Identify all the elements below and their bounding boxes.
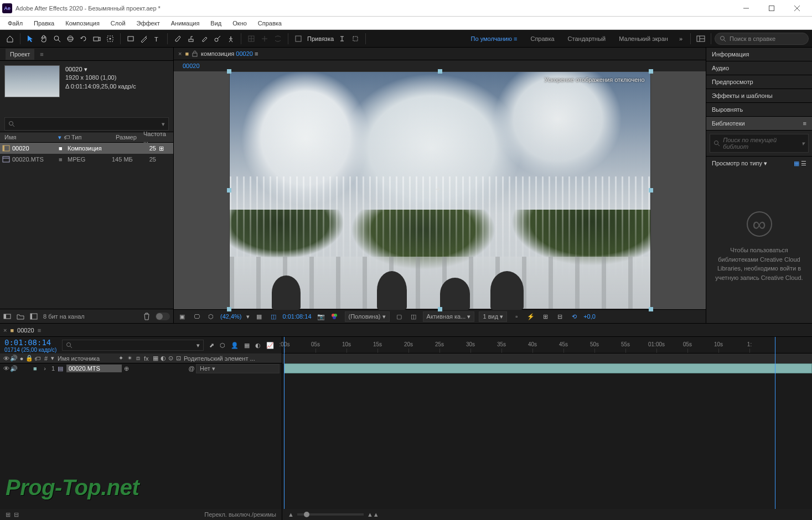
label-column-icon[interactable]: 🏷 bbox=[61, 134, 71, 141]
expand-layers-icon[interactable]: ⊞ bbox=[6, 511, 11, 518]
toggle-switch[interactable] bbox=[156, 313, 170, 320]
view-by-dropdown[interactable]: Просмотр по типу ▾ bbox=[712, 160, 767, 167]
project-search[interactable]: ▾ bbox=[4, 117, 169, 131]
workspace-small[interactable]: Маленький экран bbox=[612, 33, 675, 44]
lock-column-icon[interactable]: 🔒 bbox=[25, 355, 33, 362]
info-section[interactable]: Информация bbox=[706, 48, 812, 61]
timeline-panel-menu-icon[interactable]: ≡ bbox=[38, 327, 41, 334]
handle-tr[interactable] bbox=[649, 69, 653, 74]
bpc-button[interactable]: 8 бит на канал bbox=[43, 313, 85, 320]
roto-brush-tool-icon[interactable] bbox=[211, 33, 224, 45]
panel-menu-icon[interactable]: ≡ bbox=[803, 120, 806, 127]
audio-column-icon[interactable]: 🔊 bbox=[10, 355, 18, 362]
handle-tl[interactable] bbox=[227, 69, 231, 74]
trash-icon[interactable] bbox=[143, 313, 150, 320]
home-icon[interactable] bbox=[4, 33, 16, 45]
always-preview-icon[interactable]: ▣ bbox=[177, 313, 187, 320]
fast-preview-icon[interactable]: ⚡ bbox=[526, 313, 536, 320]
puppet-tool-icon[interactable] bbox=[225, 33, 237, 45]
zoom-dropdown[interactable]: (42,4%) bbox=[220, 313, 242, 320]
timeline-ruler[interactable]: :00s05s10s15s20s25s30s35s40s45s50s55s01:… bbox=[282, 337, 812, 353]
rotation-tool-icon[interactable] bbox=[77, 33, 90, 45]
help-search[interactable]: Поиск в справке bbox=[715, 33, 809, 45]
flowchart-icon[interactable]: ⊞ bbox=[156, 145, 166, 152]
menu-effect[interactable]: Эффект bbox=[131, 18, 165, 29]
menu-help[interactable]: Справка bbox=[252, 18, 287, 29]
new-folder-icon[interactable] bbox=[17, 313, 24, 320]
eye-column-icon[interactable]: 👁 bbox=[2, 355, 10, 362]
transparency-grid-icon[interactable]: ◫ bbox=[408, 313, 418, 320]
mesh-warp-icon[interactable] bbox=[272, 33, 284, 45]
comp-tab-label[interactable]: композиция 00020 ≡ bbox=[201, 50, 258, 57]
orbit-tool-icon[interactable] bbox=[64, 33, 76, 45]
layer-eye-toggle[interactable]: 👁 bbox=[2, 365, 10, 372]
channel-icon[interactable] bbox=[330, 313, 340, 320]
preview-section[interactable]: Предпросмотр bbox=[706, 75, 812, 89]
project-tab[interactable]: Проект bbox=[6, 49, 34, 60]
switch-col-icon[interactable]: ✦ bbox=[118, 355, 127, 362]
display-icon[interactable]: 🖵 bbox=[192, 313, 201, 320]
menu-edit[interactable]: Правка bbox=[28, 18, 60, 29]
workspace-learn[interactable]: Справка bbox=[524, 33, 561, 44]
comp-mini-flowchart-icon[interactable]: ⬈ bbox=[209, 342, 214, 349]
close-timeline-tab-icon[interactable]: × bbox=[3, 327, 7, 334]
timeline-search[interactable]: ▾ bbox=[62, 340, 204, 351]
anchor-point-icon[interactable]: ✢ bbox=[436, 186, 441, 193]
pixel-aspect-icon[interactable]: ▫ bbox=[511, 313, 521, 320]
close-button[interactable] bbox=[784, 0, 810, 17]
frame-blend-toggle-icon[interactable]: ▦ bbox=[244, 342, 250, 349]
handle-mr[interactable] bbox=[649, 188, 653, 193]
motion-blur-toggle-icon[interactable]: ◐ bbox=[255, 342, 261, 349]
label-column-icon[interactable]: 🏷 bbox=[33, 355, 41, 362]
audio-section[interactable]: Аудио bbox=[706, 61, 812, 75]
collapse-layers-icon[interactable]: ⊟ bbox=[14, 511, 19, 518]
layer-audio-toggle[interactable]: 🔊 bbox=[10, 365, 18, 372]
libraries-section[interactable]: Библиотеки≡ bbox=[706, 117, 812, 131]
flowchart-view-icon[interactable]: ⊟ bbox=[555, 313, 565, 320]
handle-tc[interactable] bbox=[438, 69, 442, 74]
menu-animation[interactable]: Анимация bbox=[165, 18, 205, 29]
shy-toggle-icon[interactable]: 👤 bbox=[231, 342, 239, 349]
menu-composition[interactable]: Композиция bbox=[60, 18, 105, 29]
zoom-in-icon[interactable]: ▲▲ bbox=[367, 511, 379, 518]
menu-view[interactable]: Вид bbox=[205, 18, 227, 29]
composition-viewer[interactable]: Ускорение отображения отключено ✢ bbox=[174, 71, 706, 309]
maximize-button[interactable] bbox=[759, 0, 784, 17]
playhead-indicator[interactable] bbox=[775, 337, 775, 520]
clone-stamp-tool-icon[interactable] bbox=[185, 33, 197, 45]
exposure-value[interactable]: +0,0 bbox=[583, 313, 596, 320]
snap-options-icon[interactable] bbox=[336, 33, 348, 45]
new-comp-icon[interactable] bbox=[30, 313, 38, 320]
grid-icon[interactable]: ▦ bbox=[254, 313, 264, 320]
zoom-out-icon[interactable]: ▲ bbox=[288, 511, 294, 518]
axis-icon[interactable] bbox=[258, 33, 271, 45]
list-view-icon[interactable]: ☰ bbox=[801, 160, 806, 167]
time-display[interactable]: 0:01:08:14 bbox=[283, 313, 312, 320]
mask-toggle-icon[interactable]: ◫ bbox=[268, 313, 278, 320]
eraser-tool-icon[interactable] bbox=[198, 33, 210, 45]
handle-bl[interactable] bbox=[227, 307, 231, 311]
timeline-tab[interactable]: 00020 bbox=[17, 327, 34, 334]
handle-ml[interactable] bbox=[227, 188, 231, 193]
snap-bounds-icon[interactable] bbox=[349, 33, 361, 45]
toggle-switches-button[interactable]: Перекл. выключ./режимы bbox=[204, 511, 276, 518]
draft-3d-icon[interactable]: ⬡ bbox=[206, 313, 216, 320]
pen-tool-icon[interactable] bbox=[138, 33, 150, 45]
project-row-comp[interactable]: 00020 ■ Композиция 25 ⊞ bbox=[0, 143, 173, 154]
library-search[interactable]: Поиск по текущей библиот ▾ bbox=[710, 134, 809, 153]
zoom-slider[interactable] bbox=[297, 513, 364, 516]
camera-dropdown[interactable]: Активная ка... ▾ bbox=[423, 311, 475, 322]
selection-tool-icon[interactable] bbox=[24, 33, 37, 45]
timeline-layer-row[interactable]: 👁 🔊 ■ › 1 ▤ 00020.MTS ⊕ @ Нет ▾ bbox=[0, 363, 282, 373]
graph-editor-icon[interactable]: 📈 bbox=[266, 342, 274, 349]
workspace-reset-icon[interactable] bbox=[695, 33, 707, 45]
comp-breadcrumb[interactable]: 00020 bbox=[183, 63, 200, 69]
layer-expand-icon[interactable]: › bbox=[41, 365, 49, 372]
playhead-start[interactable] bbox=[284, 337, 285, 520]
align-section[interactable]: Выровнять bbox=[706, 103, 812, 117]
timeline-track-area[interactable]: :00s05s10s15s20s25s30s35s40s45s50s55s01:… bbox=[282, 337, 812, 520]
text-tool-icon[interactable]: T bbox=[151, 33, 163, 45]
interpret-icon[interactable] bbox=[3, 313, 11, 320]
timeline-time-display[interactable]: 0:01:08:14 bbox=[4, 338, 56, 347]
views-dropdown[interactable]: 1 вид ▾ bbox=[479, 311, 507, 322]
